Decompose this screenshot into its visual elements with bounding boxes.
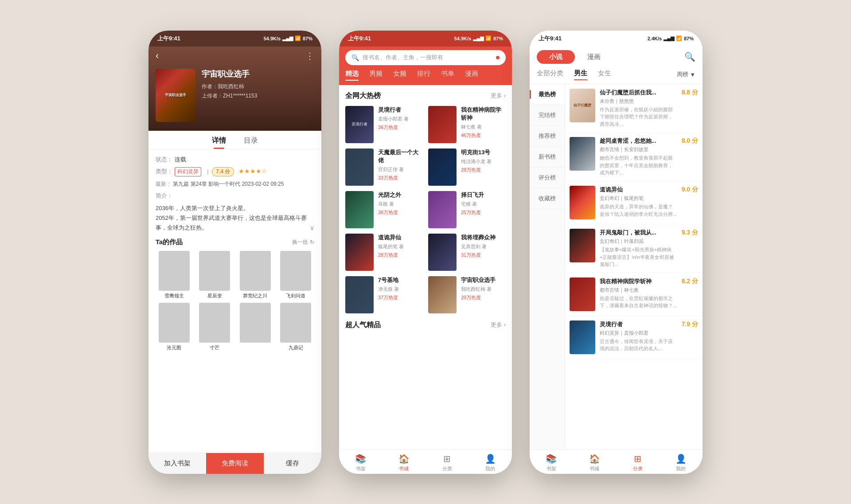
wifi-icon-3: 📶	[676, 35, 682, 41]
work-cover-4	[280, 251, 311, 291]
book-info-2: 我在精神病院学斩神 林七夜 著 46万热度	[461, 106, 506, 139]
week-rank-selector[interactable]: 周榜 ▼	[677, 69, 695, 80]
nav-tab-shudang[interactable]: 书单	[441, 70, 454, 81]
search-button-3[interactable]: 🔍	[684, 51, 695, 62]
rank-cover-3	[570, 186, 595, 219]
rank-score-4: 9.3 分	[682, 229, 698, 237]
nav3-category[interactable]: ⊞ 分类	[616, 453, 660, 472]
bottom-nav-2: 📚 书架 🏠 书城 ⊞ 分类 👤 我的	[339, 449, 512, 474]
book-item-9[interactable]: 7号基地 净无痕 著 37万热度	[345, 276, 423, 313]
book-item-10[interactable]: 宇宙职业选手 我吃西红柿 著 29万热度	[428, 276, 506, 313]
gender-female[interactable]: 女生	[598, 69, 611, 80]
rank-meta-6: 科幻灵异｜卖报小郎君	[600, 330, 677, 336]
wifi-icon-2: 📶	[485, 35, 492, 41]
works-refresh[interactable]: 换一批 ↻	[292, 238, 314, 246]
hot-more-link[interactable]: 更多	[491, 92, 506, 100]
book-heat-4: 28万热度	[461, 167, 506, 173]
nav-tab-nvpin[interactable]: 女频	[393, 70, 406, 81]
nav-tab-manhua[interactable]: 漫画	[465, 70, 478, 81]
book-item-4[interactable]: 明克街13号 纯洁滴小龙 著 28万热度	[428, 148, 506, 186]
work-item-8[interactable]: 九鼎记	[277, 303, 315, 351]
cache-button[interactable]: 缓存	[264, 453, 321, 474]
book-heat-7: 28万热度	[378, 252, 423, 258]
read-button[interactable]: 免费阅读	[206, 453, 264, 474]
book-author-3: 宫归正传 著	[378, 166, 423, 173]
book-item-1[interactable]: 灵境行者 灵境行者 卖报小郎君 著 36万热度	[345, 106, 423, 143]
more-button[interactable]: ⋮	[305, 51, 314, 61]
rank-title-4: 开局鬼敲门，被我从...	[600, 229, 677, 237]
book-info-7: 道诡异仙 狐尾的笔 著 28万热度	[378, 234, 423, 258]
intro-row: 简介：	[156, 192, 314, 200]
rank-item-1[interactable]: 仙子们魔堕 仙子们魔堕后抓住我... 未分类｜慈悠悠 作为反派邪修，在狐妖小姐的…	[565, 84, 703, 133]
signal-icon-1: ▂▄▆	[282, 35, 293, 41]
sidebar-hot[interactable]: 最热榜	[530, 84, 565, 105]
sidebar-collect[interactable]: 收藏榜	[530, 188, 565, 209]
work-item-6[interactable]: 寸芒	[196, 303, 234, 351]
gender-spacer	[622, 69, 666, 80]
nav-shelf-2[interactable]: 📚 书架	[339, 453, 383, 472]
search-input[interactable]: 搜书名、作者、主角，一搜即有	[363, 54, 443, 62]
sidebar-new[interactable]: 新书榜	[530, 147, 565, 168]
search-bar[interactable]: 🔍 搜书名、作者、主角，一搜即有	[345, 50, 506, 65]
type-tabs: 小说 漫画 🔍	[530, 47, 703, 67]
rank-item-2[interactable]: 趁同桌青涩，忽悠她... 都市言情｜长安归故里 她也不会想到，教室角落那不起眼的…	[565, 133, 703, 181]
profile-label-3: 我的	[676, 465, 686, 472]
rank-item-4[interactable]: 开局鬼敲门，被我从... 玄幻奇幻｜叶落归泥 【鬼故事+爆笑+阳光男孩+精神病+…	[565, 224, 703, 273]
book-author-1: 卖报小郎君 著	[378, 116, 423, 122]
book-cover-p2-5	[345, 191, 374, 228]
book-item-6[interactable]: 择日飞升 宅猪 著 25万热度	[428, 191, 506, 228]
work-item-7[interactable]	[237, 303, 274, 351]
nav-tab-paihang[interactable]: 排行	[417, 70, 430, 81]
book-heat-9: 37万热度	[378, 294, 423, 301]
nav-category-2[interactable]: ⊞ 分类	[426, 453, 469, 472]
store-label-3: 书城	[589, 465, 599, 472]
book-cover-p2-8	[428, 234, 457, 271]
back-button[interactable]: ‹	[156, 50, 159, 62]
profile-icon-2: 👤	[485, 453, 496, 464]
book-item-7[interactable]: 道诡异仙 狐尾的笔 著 28万热度	[345, 234, 423, 271]
sidebar-recommend[interactable]: 推荐榜	[530, 126, 565, 147]
book-item-5[interactable]: 光阴之外 耳根 著 38万热度	[345, 191, 423, 228]
rank-meta-5: 都市言情｜林七夜	[600, 287, 677, 293]
rank-score-3: 9.0 分	[682, 186, 698, 194]
book-item-3[interactable]: 天魔最后一个大佬 宫归正传 著 33万热度	[345, 148, 423, 186]
book-title-4: 明克街13号	[461, 148, 506, 156]
work-item-4[interactable]: 飞剑问道	[277, 251, 315, 299]
gender-all[interactable]: 全部分类	[537, 69, 563, 80]
rank-info-1: 仙子们魔堕后抓住我... 未分类｜慈悠悠 作为反派邪修，在狐妖小姐的腹部下狠咬住…	[600, 89, 677, 128]
book-item-2[interactable]: 我在精神病院学斩神 林七夜 著 46万热度	[428, 106, 506, 143]
desc-toggle[interactable]: ∨	[310, 223, 314, 234]
nav-profile-2[interactable]: 👤 我的	[469, 453, 512, 472]
popular-more-link[interactable]: 更多	[491, 321, 506, 329]
rank-item-5[interactable]: 我在精神病院学斩神 都市言情｜林七夜 你是否疑过，在霓虹璀璨的都市之下，潜藏着来…	[565, 273, 703, 316]
signal-icon-3: ▂▄▆	[664, 35, 674, 41]
nav-store-2[interactable]: 🏠 书城	[383, 453, 426, 472]
type-tab-comic[interactable]: 漫画	[575, 50, 613, 64]
phone2: 上午9:41 54.9K/s ▂▄▆ 📶 87% 🔍 搜书名、作者、主角，一搜即…	[339, 31, 512, 474]
work-item-3[interactable]: 莽荒纪之川	[237, 251, 274, 299]
phone1: 上午9:41 54.9K/s ▂▄▆ 📶 87% ‹ ⋮ 宇宙职业选手 宇宙职业…	[148, 31, 321, 474]
tab-detail[interactable]: 详情	[212, 136, 226, 149]
work-item-5[interactable]: 沧元图	[156, 303, 193, 351]
work-item-1[interactable]: 雪鹰领主	[156, 251, 193, 299]
add-shelf-button[interactable]: 加入书架	[148, 453, 206, 474]
rank-item-6[interactable]: 灵境行者 科幻灵异｜卖报小郎君 亘古通今，传闻世有灵境，关于灵境的说法，历朝历代…	[565, 316, 703, 359]
tab-toc[interactable]: 目录	[244, 136, 258, 149]
gender-male[interactable]: 男生	[574, 69, 587, 80]
work-item-2[interactable]: 星辰变	[196, 251, 234, 299]
rank-sidebar: 最热榜 完结榜 推荐榜 新书榜 评分榜 收藏榜	[530, 84, 565, 449]
type-tab-novel[interactable]: 小说	[537, 50, 575, 64]
profile-icon-3: 👤	[675, 453, 687, 464]
nav-tab-jingxuan[interactable]: 精选	[345, 70, 359, 81]
sidebar-complete[interactable]: 完结榜	[530, 105, 565, 126]
nav-tab-nanpin[interactable]: 男频	[369, 70, 383, 81]
battery-icon-3: 87%	[684, 36, 694, 41]
book-item-8[interactable]: 我将埋葬众神 见异思剑 著 31万热度	[428, 234, 506, 271]
nav3-store[interactable]: 🏠 书城	[573, 453, 617, 472]
nav3-shelf[interactable]: 📚 书架	[530, 453, 573, 472]
rank-item-3[interactable]: 道诡异仙 玄幻奇幻｜狐尾的笔 诡异的天道，异常的仙佛，是魔？是假？陷入迷弱的李火…	[565, 181, 703, 224]
genre-tag: 科幻灵异	[175, 167, 201, 176]
sidebar-score[interactable]: 评分榜	[530, 168, 565, 188]
nav3-profile[interactable]: 👤 我的	[660, 453, 703, 472]
score-badge: 7.4 分	[212, 167, 234, 176]
